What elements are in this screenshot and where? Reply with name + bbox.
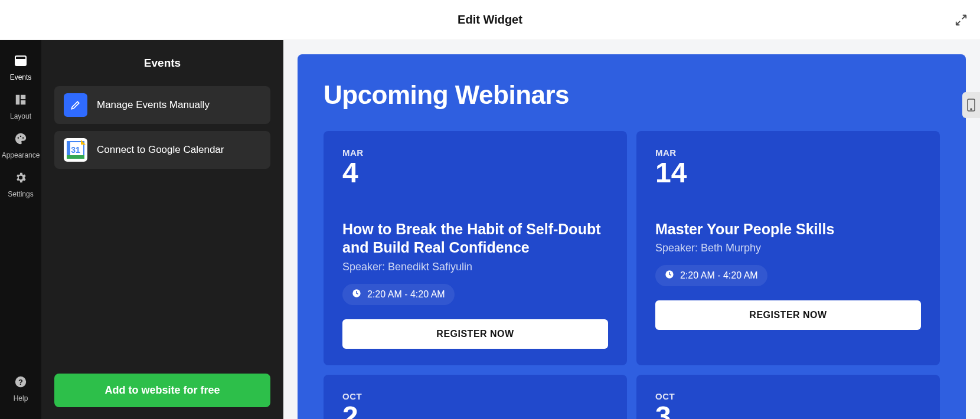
layout-icon bbox=[14, 93, 27, 110]
event-speaker: Speaker: Benedikt Safiyulin bbox=[342, 261, 608, 273]
option-label: Manage Events Manually bbox=[97, 99, 210, 111]
event-speaker: Speaker: Beth Murphy bbox=[655, 242, 921, 254]
rail-item-label: Layout bbox=[10, 112, 31, 120]
event-month: MAR bbox=[342, 148, 608, 158]
rail-item-events[interactable]: Events bbox=[0, 47, 41, 87]
rail-item-label: Help bbox=[14, 394, 28, 402]
help-icon: ? bbox=[14, 375, 27, 392]
expand-icon bbox=[955, 14, 968, 27]
google-calendar-icon: 31 bbox=[64, 138, 87, 162]
register-button[interactable]: REGISTER NOW bbox=[655, 300, 921, 330]
event-month: MAR bbox=[655, 148, 921, 158]
svg-rect-3 bbox=[16, 95, 19, 105]
pencil-icon bbox=[64, 93, 87, 117]
mobile-preview-toggle[interactable] bbox=[962, 92, 980, 118]
svg-point-8 bbox=[22, 137, 24, 138]
event-month: OCT bbox=[655, 391, 921, 401]
event-title: How to Break the Habit of Self-Doubt and… bbox=[342, 220, 608, 257]
option-label: Connect to Google Calendar bbox=[97, 144, 224, 156]
svg-rect-5 bbox=[21, 100, 25, 104]
gear-icon bbox=[14, 171, 27, 188]
page-title: Edit Widget bbox=[458, 13, 522, 27]
clock-icon bbox=[665, 270, 674, 281]
rail-item-label: Events bbox=[10, 73, 32, 81]
rail-item-label: Appearance bbox=[2, 151, 40, 159]
option-google-calendar[interactable]: 31 Connect to Google Calendar bbox=[54, 131, 270, 169]
event-day: 2 bbox=[342, 402, 608, 420]
preview-area: Upcoming Webinars MAR 4 How to Break the… bbox=[283, 40, 980, 419]
event-time-pill: 2:20 AM - 4:20 AM bbox=[342, 284, 455, 305]
option-manage-manually[interactable]: Manage Events Manually bbox=[54, 86, 270, 124]
event-card: MAR 4 How to Break the Habit of Self-Dou… bbox=[324, 131, 627, 365]
palette-icon bbox=[14, 132, 27, 149]
svg-text:?: ? bbox=[18, 378, 23, 387]
rail-item-label: Settings bbox=[8, 190, 33, 198]
rail-item-settings[interactable]: Settings bbox=[0, 165, 41, 204]
add-to-website-button[interactable]: Add to website for free bbox=[54, 374, 270, 407]
side-panel: Events Manage Events Manually 31 Connect… bbox=[41, 40, 283, 419]
event-day: 14 bbox=[655, 159, 921, 187]
event-title: Master Your People Skills bbox=[655, 220, 921, 238]
event-day: 4 bbox=[342, 159, 608, 187]
rail-item-help[interactable]: ? Help bbox=[0, 369, 41, 408]
nav-rail: Events Layout Appearance Settings bbox=[0, 40, 41, 419]
expand-button[interactable] bbox=[953, 12, 969, 28]
rail-item-layout[interactable]: Layout bbox=[0, 87, 41, 126]
register-button[interactable]: REGISTER NOW bbox=[342, 319, 608, 349]
preview-title: Upcoming Webinars bbox=[324, 80, 940, 110]
event-card: OCT 2 bbox=[324, 375, 627, 420]
preview-canvas: Upcoming Webinars MAR 4 How to Break the… bbox=[298, 54, 966, 419]
event-card: MAR 14 Master Your People Skills Speaker… bbox=[636, 131, 940, 365]
rail-item-appearance[interactable]: Appearance bbox=[0, 126, 41, 165]
svg-point-6 bbox=[18, 137, 19, 138]
panel-title: Events bbox=[54, 57, 270, 70]
event-time: 2:20 AM - 4:20 AM bbox=[367, 289, 445, 300]
svg-rect-4 bbox=[21, 95, 25, 99]
svg-point-7 bbox=[20, 136, 21, 137]
event-month: OCT bbox=[342, 391, 608, 401]
event-time-pill: 2:20 AM - 4:20 AM bbox=[655, 265, 767, 286]
event-card: OCT 3 bbox=[636, 375, 940, 420]
event-time: 2:20 AM - 4:20 AM bbox=[680, 270, 758, 281]
mobile-icon bbox=[967, 99, 975, 112]
header: Edit Widget bbox=[0, 0, 980, 40]
svg-point-12 bbox=[971, 109, 972, 110]
clock-icon bbox=[352, 289, 361, 300]
calendar-icon bbox=[14, 53, 28, 71]
event-day: 3 bbox=[655, 402, 921, 420]
